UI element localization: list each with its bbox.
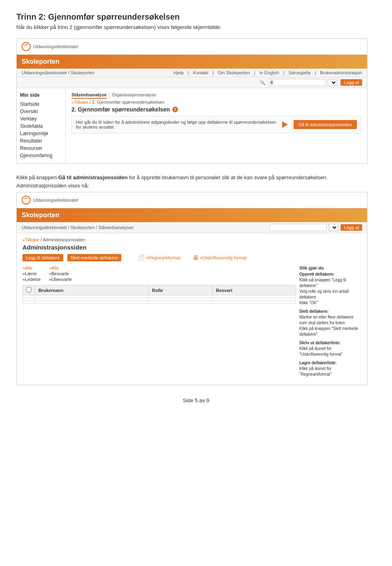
sidebar-item-skolefakta[interactable]: Skolefakta bbox=[20, 123, 62, 130]
admin-area: «Tilbake / Administrasjonssiden Administ… bbox=[17, 233, 367, 385]
nav-breadcrumb-2: Utdanningsdirektoratet / Skoleporten / S… bbox=[22, 225, 134, 230]
nav-link-bruker[interactable]: Brukeradministrasjon bbox=[320, 70, 362, 75]
nav-link-om[interactable]: Om Skoleporten bbox=[218, 70, 250, 75]
sidebar: Min side Startside Oversikt Verktøy Skol… bbox=[17, 88, 66, 163]
slett-title: Slett deltakere: bbox=[299, 309, 361, 314]
sidebar-item-gjennomforing[interactable]: Gjennomføring bbox=[20, 152, 62, 159]
main-content: Ståstedsanalyse | Organisasjonsanalyse «… bbox=[66, 88, 367, 163]
filter-besvarte[interactable]: »Besvarte bbox=[49, 271, 72, 276]
participants-table: Brukernavn Rolle Besvart bbox=[22, 285, 296, 304]
banner-title: Skoleporten bbox=[22, 58, 59, 65]
orange-banner-2: Skoleporten bbox=[17, 208, 367, 222]
sidebar-item-startside[interactable]: Startside bbox=[20, 100, 62, 108]
right-section-slett: Slett deltakere: Marker en eller flere d… bbox=[299, 309, 361, 337]
info-text: Her går du til siden for å administrere … bbox=[76, 120, 278, 129]
page-subtitle: Når du klikker på trinn 2 (gjennomfør sp… bbox=[16, 24, 376, 30]
footer-text: Side 5 av 9 bbox=[183, 397, 209, 403]
search-select[interactable]: ▼ bbox=[327, 79, 337, 86]
table-row bbox=[23, 295, 296, 298]
search-box: ▼ bbox=[269, 79, 337, 86]
nav-link-sep3: | bbox=[254, 70, 255, 75]
filter-ledelse[interactable]: »Ledelse bbox=[22, 277, 41, 282]
table-row bbox=[23, 298, 296, 301]
nav-link-sep1: | bbox=[188, 70, 189, 75]
right-panel: Slik gjør du Opprett deltakere: Klikk på… bbox=[296, 265, 361, 381]
filter-area: »Alle »Lærer »Ledelse »Alle »Besvarte »U… bbox=[22, 265, 296, 282]
body-link-text: Gå til administrasjonssiden bbox=[58, 174, 128, 180]
sidebar-title: Min side bbox=[20, 92, 62, 98]
filter-ubesvarte[interactable]: »Ubesvarte bbox=[49, 277, 72, 282]
delete-participants-button[interactable]: Slett merkede deltakere bbox=[67, 254, 121, 261]
search-select-2[interactable]: ▼ bbox=[328, 224, 338, 231]
lagre-text: Klikk på ikonet for "Regnearkformat" bbox=[299, 366, 361, 377]
admin-toolbar: Legg til deltakere Slett merkede deltake… bbox=[22, 254, 361, 261]
logout-button-2[interactable]: Logg ut bbox=[341, 224, 362, 231]
print-format-button[interactable]: 🖶 »Utskriftsvennlig format bbox=[193, 254, 247, 261]
screenshot-2: Utdanningsdirektoratet Skoleporten Utdan… bbox=[16, 192, 368, 385]
admin-breadcrumb: «Tilbake / Administrasjonssiden bbox=[22, 237, 361, 242]
udir-logo-icon bbox=[22, 42, 31, 51]
filter-alle[interactable]: »Alle bbox=[22, 265, 41, 270]
add-participants-button[interactable]: Legg til deltakere bbox=[22, 254, 63, 261]
sidebar-item-resultater[interactable]: Resultater bbox=[20, 137, 62, 145]
udir-logo-text-2: Utdanningsdirektoratet bbox=[33, 198, 78, 203]
page-title: Trinn 2: Gjennomfør spørreundersøkelsen bbox=[16, 12, 376, 22]
th-besvart: Besvart bbox=[212, 285, 296, 295]
print-icon: 🖶 bbox=[193, 254, 198, 261]
tab-organisasjonsanalyse[interactable]: Organisasjonsanalyse bbox=[112, 92, 156, 99]
breadcrumb-tilbake[interactable]: «Tilbake bbox=[71, 100, 88, 105]
help-icon[interactable]: ? bbox=[172, 107, 178, 112]
section-title: 2. Gjennomfør spørreundersøkelsen ? bbox=[71, 106, 361, 113]
nav-bar-2: Utdanningsdirektoratet / Skoleporten / S… bbox=[17, 222, 367, 233]
nav-link-hjelp[interactable]: Hjelp bbox=[174, 70, 184, 75]
regneark-label: »Regnearkformat bbox=[146, 255, 180, 260]
th-checkbox bbox=[23, 285, 35, 295]
regneark-icon: 📄 bbox=[138, 254, 145, 261]
nav-link-samegiella[interactable]: Sámegiella bbox=[288, 70, 310, 75]
info-row: Her går du til siden for å administrere … bbox=[71, 116, 361, 133]
sidebar-item-laringsmiljo[interactable]: Læringsmiljø bbox=[20, 130, 62, 137]
admin-main: »Alle »Lærer »Ledelse »Alle »Besvarte »U… bbox=[22, 265, 296, 381]
nav-links: Hjelp | Kontakt | Om Skoleporten | In En… bbox=[174, 70, 362, 75]
nav-link-sep4: | bbox=[283, 70, 285, 75]
lagre-title: Lagre deltakerliste: bbox=[299, 361, 361, 365]
opprett-title: Opprett deltakere: bbox=[299, 272, 361, 276]
select-all-checkbox[interactable] bbox=[26, 287, 31, 292]
content-area: Min side Startside Oversikt Verktøy Skol… bbox=[17, 88, 367, 163]
udir-logo-icon-2 bbox=[22, 196, 31, 205]
skriv-title: Skriv ut deltakerliste: bbox=[299, 341, 361, 345]
banner-title-2: Skoleporten bbox=[22, 212, 59, 218]
nav-link-english[interactable]: In English bbox=[259, 70, 279, 75]
screenshot-1: Utdanningsdirektoratet Skoleporten Utdan… bbox=[16, 38, 368, 164]
tab-stastedsanalyse[interactable]: Ståstedsanalyse bbox=[71, 92, 107, 99]
opprett-text: Klikk på knappen "Legg til deltakere" Ve… bbox=[299, 277, 361, 306]
logout-button[interactable]: Logg ut bbox=[341, 79, 362, 86]
body-text: Klikk på knappen Gå til administrasjonss… bbox=[16, 174, 376, 189]
skriv-text: Klikk på ikonet for "Utskriftsvennlig fo… bbox=[299, 346, 361, 357]
footer: Side 5 av 9 bbox=[16, 397, 376, 403]
admin-title: Administrasjonssiden bbox=[22, 244, 361, 251]
admin-content-row: »Alle »Lærer »Ledelse »Alle »Besvarte »U… bbox=[22, 265, 361, 381]
sidebar-item-ressurser[interactable]: Ressurser bbox=[20, 145, 62, 152]
nav-row2: 🔍 ▼ Logg ut bbox=[17, 77, 367, 88]
right-section-opprett: Opprett deltakere: Klikk på knappen "Leg… bbox=[299, 272, 361, 306]
nav-link-sep5: | bbox=[315, 70, 316, 75]
filter-laerer[interactable]: »Lærer bbox=[22, 271, 41, 276]
search-input[interactable] bbox=[269, 79, 326, 86]
nav-right-2: ▼ Logg ut bbox=[270, 224, 362, 231]
filter-col-left: »Alle »Lærer »Ledelse bbox=[22, 265, 41, 282]
sidebar-item-oversikt[interactable]: Oversikt bbox=[20, 108, 62, 115]
nav-link-kontakt[interactable]: Kontakt bbox=[193, 70, 208, 75]
filter-alle2[interactable]: »Alle bbox=[49, 265, 72, 270]
search-icon: 🔍 bbox=[260, 80, 265, 85]
sidebar-item-verktoy[interactable]: Verktøy bbox=[20, 115, 62, 123]
regneark-format-button[interactable]: 📄 »Regnearkformat bbox=[138, 254, 180, 261]
breadcrumb: «Tilbake / 2. Gjennomfør spørreundersøke… bbox=[71, 100, 361, 105]
udir-header-2: Utdanningsdirektoratet bbox=[17, 192, 367, 208]
udir-logo: Utdanningsdirektoratet bbox=[22, 42, 78, 51]
go-to-admin-button[interactable]: Gå til administrasjonssiden bbox=[294, 120, 357, 129]
search-input-2[interactable] bbox=[270, 224, 327, 231]
nav-bar: Utdanningsdirektoratet / Skoleporten Hje… bbox=[17, 69, 367, 77]
udir-logo-text: Utdanningsdirektoratet bbox=[33, 44, 78, 49]
admin-breadcrumb-tilbake[interactable]: «Tilbake bbox=[22, 237, 39, 242]
